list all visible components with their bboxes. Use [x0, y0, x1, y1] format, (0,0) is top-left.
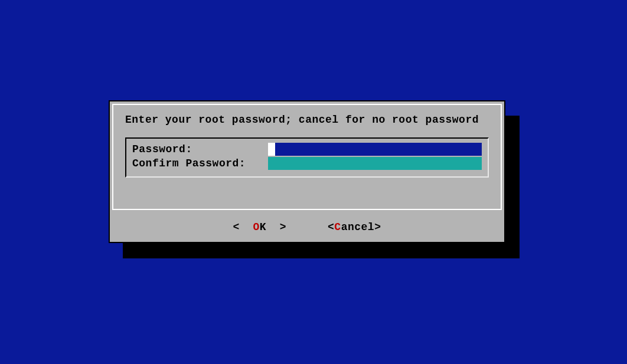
- confirm-password-row: Confirm Password:: [132, 156, 482, 170]
- cancel-hotkey: C: [334, 221, 341, 233]
- password-row: Password:: [132, 142, 482, 156]
- password-label: Password:: [132, 143, 268, 155]
- confirm-password-input[interactable]: [268, 157, 482, 170]
- cancel-button[interactable]: <Cancel>: [328, 221, 381, 233]
- text-cursor: [268, 143, 275, 156]
- password-input[interactable]: [268, 143, 482, 156]
- password-dialog: Enter your root password; cancel for no …: [109, 100, 505, 243]
- ok-hotkey: O: [253, 221, 259, 233]
- dialog-content: Enter your root password; cancel for no …: [112, 104, 502, 210]
- confirm-password-label: Confirm Password:: [132, 158, 268, 169]
- ok-button[interactable]: < OK >: [233, 221, 286, 233]
- button-bar: < OK > <Cancel>: [110, 212, 504, 242]
- input-frame: Password: Confirm Password:: [125, 137, 489, 178]
- dialog-prompt: Enter your root password; cancel for no …: [125, 113, 489, 127]
